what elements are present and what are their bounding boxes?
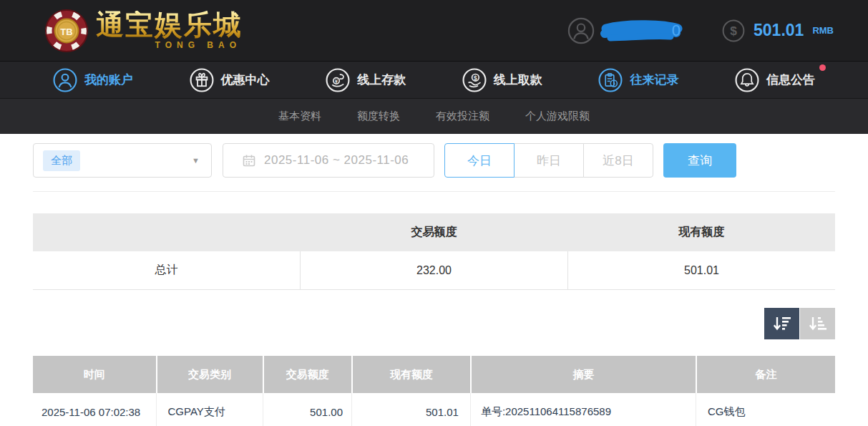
brand-name-latin: TONG BAO bbox=[155, 40, 241, 50]
records-header-note: 备注 bbox=[696, 356, 835, 393]
casino-chip-icon: TB bbox=[44, 9, 89, 53]
sort-descending-button[interactable] bbox=[764, 308, 799, 339]
summary-header-transaction-amount: 交易额度 bbox=[301, 213, 568, 251]
svg-text:TB: TB bbox=[60, 26, 72, 37]
username-redaction-scribble bbox=[599, 18, 683, 44]
subnav-item-basic-info[interactable]: 基本资料 bbox=[278, 110, 321, 123]
record-transaction-amount: 501.00 bbox=[263, 393, 351, 426]
selected-type-tag: 全部 bbox=[43, 150, 80, 171]
balance-amount: 501.01 bbox=[754, 21, 804, 40]
summary-total-label: 总计 bbox=[33, 251, 300, 289]
summary-header-current-balance: 现有额度 bbox=[567, 213, 835, 251]
date-range-input[interactable]: 2025-11-06 ~ 2025-11-06 bbox=[223, 143, 434, 178]
record-note: CG钱包 bbox=[696, 393, 835, 426]
account-subnav: 基本资料 额度转换 有效投注额 个人游戏限额 bbox=[0, 98, 868, 134]
calendar-icon bbox=[242, 153, 256, 168]
nav-label: 信息公告 bbox=[766, 72, 815, 88]
deposit-icon: ¥ bbox=[326, 68, 350, 92]
records-header-transaction-amount: 交易额度 bbox=[263, 356, 351, 393]
summary-total-row: 总计 232.00 501.01 bbox=[33, 251, 835, 290]
summary-table: 交易额度 现有额度 总计 232.00 501.01 bbox=[33, 213, 835, 290]
sort-controls bbox=[33, 308, 835, 339]
range-button-last-8-days[interactable]: 近8日 bbox=[583, 143, 653, 178]
sort-descending-icon bbox=[772, 315, 792, 332]
top-header: TB 通宝娱乐城 TONG BAO 0 $ 501 bbox=[0, 0, 868, 61]
summary-header-row: 交易额度 现有额度 bbox=[33, 213, 835, 251]
brand-logo[interactable]: TB 通宝娱乐城 TONG BAO bbox=[44, 9, 243, 53]
username-visible-suffix: 0 bbox=[672, 21, 681, 40]
record-type: CGPAY支付 bbox=[156, 393, 263, 426]
dollar-coin-icon: $ bbox=[722, 19, 745, 42]
summary-total-transaction-amount: 232.00 bbox=[300, 251, 567, 289]
bell-icon bbox=[735, 68, 759, 92]
main-nav: 我的账户 优惠中心 ¥ 线上存款 $ 线上取款 bbox=[0, 61, 868, 98]
records-icon bbox=[598, 68, 623, 92]
nav-item-withdraw[interactable]: $ 线上取款 bbox=[462, 68, 542, 92]
withdraw-icon: $ bbox=[462, 68, 487, 92]
nav-item-my-account[interactable]: 我的账户 bbox=[53, 68, 133, 92]
records-table: 时间 交易类别 交易额度 现有额度 摘要 备注 2025-11-06 07:02… bbox=[33, 356, 835, 426]
chevron-down-icon: ▼ bbox=[192, 156, 200, 165]
date-range-value: 2025-11-06 ~ 2025-11-06 bbox=[264, 153, 409, 168]
range-button-today[interactable]: 今日 bbox=[444, 143, 515, 178]
sort-ascending-icon bbox=[808, 315, 828, 332]
nav-label: 优惠中心 bbox=[221, 72, 270, 88]
filter-divider bbox=[33, 191, 835, 192]
search-button[interactable]: 查询 bbox=[663, 143, 736, 178]
table-row: 2025-11-06 07:02:38 CGPAY支付 501.00 501.0… bbox=[33, 393, 835, 426]
nav-label: 往来记录 bbox=[630, 72, 678, 88]
nav-label: 线上存款 bbox=[357, 72, 406, 88]
subnav-item-personal-game-limit[interactable]: 个人游戏限额 bbox=[525, 110, 590, 123]
user-icon bbox=[53, 68, 77, 92]
nav-item-transaction-records[interactable]: 往来记录 bbox=[598, 68, 678, 92]
wallet-balance[interactable]: $ 501.01 RMB bbox=[722, 19, 834, 42]
subnav-item-credit-transfer[interactable]: 额度转换 bbox=[357, 110, 400, 123]
filter-bar: 全部 ▼ 2025-11-06 ~ 2025-11-06 今日 昨日 近8日 查… bbox=[33, 143, 835, 178]
summary-header-empty bbox=[33, 213, 301, 251]
user-avatar-icon bbox=[567, 17, 595, 44]
svg-text:$: $ bbox=[730, 24, 737, 38]
records-header-row: 时间 交易类别 交易额度 现有额度 摘要 备注 bbox=[33, 356, 835, 393]
records-header-current-balance: 现有额度 bbox=[351, 356, 470, 393]
brand-name: 通宝娱乐城 bbox=[96, 11, 243, 40]
range-button-yesterday[interactable]: 昨日 bbox=[514, 143, 584, 178]
nav-item-promotions[interactable]: 优惠中心 bbox=[190, 68, 270, 92]
notification-dot bbox=[819, 64, 826, 71]
svg-text:$: $ bbox=[474, 74, 477, 81]
sort-ascending-button[interactable] bbox=[800, 308, 835, 339]
summary-total-current-balance: 501.01 bbox=[567, 251, 835, 289]
records-header-type: 交易类别 bbox=[156, 356, 263, 393]
svg-text:¥: ¥ bbox=[335, 77, 338, 84]
subnav-item-valid-bets[interactable]: 有效投注额 bbox=[436, 110, 489, 123]
nav-item-announcements[interactable]: 信息公告 bbox=[735, 68, 815, 92]
account-username[interactable]: 0 bbox=[567, 17, 681, 44]
record-summary: 单号:202511064115876589 bbox=[470, 393, 696, 426]
record-time: 2025-11-06 07:02:38 bbox=[33, 393, 156, 426]
main-content: 全部 ▼ 2025-11-06 ~ 2025-11-06 今日 昨日 近8日 查… bbox=[0, 134, 868, 426]
gift-icon bbox=[190, 68, 214, 92]
records-header-time: 时间 bbox=[33, 356, 156, 393]
records-header-summary: 摘要 bbox=[470, 356, 696, 393]
balance-currency: RMB bbox=[812, 25, 834, 36]
transaction-type-select[interactable]: 全部 ▼ bbox=[33, 143, 212, 178]
nav-label: 我的账户 bbox=[84, 72, 133, 88]
record-current-balance: 501.01 bbox=[351, 393, 470, 426]
nav-label: 线上取款 bbox=[494, 72, 542, 88]
nav-item-deposit[interactable]: ¥ 线上存款 bbox=[326, 68, 406, 92]
quick-range-group: 今日 昨日 近8日 bbox=[444, 143, 653, 178]
